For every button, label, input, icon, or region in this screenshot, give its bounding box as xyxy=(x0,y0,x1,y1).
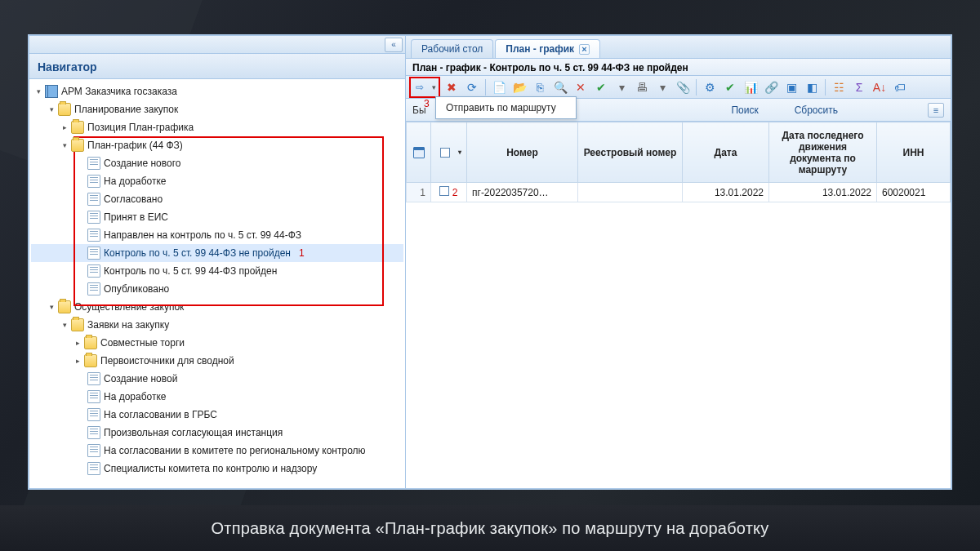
page-icon xyxy=(87,444,100,457)
tree-sub-item[interactable]: ·На доработке xyxy=(31,388,403,406)
tree-sub-item[interactable]: ·На согласовании в ГРБС xyxy=(31,406,403,424)
grid-table: ▾ Номер Реестровый номер Дата Дата после… xyxy=(406,122,951,202)
tab-plan-grafik[interactable]: План - график × xyxy=(495,39,600,58)
cell-inn: 60020021 xyxy=(877,183,951,202)
refresh-icon[interactable]: ⟳ xyxy=(463,78,481,96)
tree-position[interactable]: ▸ Позиция План-графика xyxy=(31,118,403,136)
window-icon[interactable]: ◧ xyxy=(803,78,821,96)
header-inn[interactable]: ИНН xyxy=(877,122,951,183)
caption-text: Отправка документа «План-график закупок»… xyxy=(212,519,769,538)
approve-icon[interactable]: ✔ xyxy=(592,78,610,96)
attach-icon[interactable]: 📎 xyxy=(674,78,692,96)
sort-icon[interactable]: A↓ xyxy=(871,78,889,96)
expander-icon[interactable]: ▾ xyxy=(60,141,69,150)
view-icon[interactable]: 🔍 xyxy=(551,78,569,96)
route-button[interactable]: ⇨ ▾ xyxy=(411,78,439,96)
tree-sources[interactable]: ▸ Первоисточники для сводной xyxy=(31,352,403,370)
document-subtitle: План - график - Контроль по ч. 5 ст. 99 … xyxy=(406,59,951,76)
search-button[interactable]: Поиск xyxy=(731,104,758,116)
expander-icon[interactable]: ▾ xyxy=(34,87,43,96)
dropdown-icon[interactable]: ▾ xyxy=(653,78,671,96)
tag-icon[interactable]: 🏷 xyxy=(891,78,909,96)
print-icon[interactable]: 🖶 xyxy=(633,78,651,96)
route-icon: ⇨ xyxy=(411,78,429,96)
tree-planning[interactable]: ▾ Планирование закупок xyxy=(31,100,403,118)
sigma-icon[interactable]: Σ xyxy=(850,78,868,96)
caption: Отправка документа «План-график закупок»… xyxy=(0,505,980,551)
cell-number: пг-2022035720… xyxy=(467,183,578,202)
expander-icon[interactable]: ▸ xyxy=(60,123,69,132)
reset-button[interactable]: Сбросить xyxy=(795,104,838,116)
expander-icon[interactable]: ▾ xyxy=(60,321,69,330)
tab-label: План - график xyxy=(506,43,574,55)
header-checkbox[interactable]: ▾ xyxy=(431,122,467,183)
tree-label: Позиция План-графика xyxy=(87,122,194,133)
header-rownum[interactable] xyxy=(407,122,431,183)
open-icon[interactable]: 📂 xyxy=(510,78,528,96)
expander-icon[interactable]: ▾ xyxy=(47,303,56,312)
page-icon xyxy=(87,264,100,278)
toolbar: ⇨ ▾ ✖ ⟳ 📄 📂 ⎘ 🔍 ✕ ✔ ▾ 🖶 ▾ 📎 ⚙ ✔ 📊 🔗 ▣ ◧ xyxy=(406,76,951,99)
confirm-icon[interactable]: ✔ xyxy=(721,78,739,96)
expander-icon[interactable]: ▸ xyxy=(74,357,82,366)
header-registry[interactable]: Реестровый номер xyxy=(578,122,683,183)
tree-label: На доработке xyxy=(104,391,167,402)
dropdown-icon[interactable]: ▾ xyxy=(612,78,630,96)
tree-joint[interactable]: ▸ Совместные торги xyxy=(31,334,403,352)
page-icon xyxy=(87,193,100,206)
header-number[interactable]: Номер xyxy=(467,122,578,183)
header-date[interactable]: Дата xyxy=(683,122,769,183)
box-icon[interactable]: ▣ xyxy=(782,78,800,96)
chevron-down-icon[interactable]: ▾ xyxy=(429,78,439,96)
close-icon[interactable]: × xyxy=(579,44,590,55)
tree-root[interactable]: ▾ АРМ Заказчика госзаказа xyxy=(31,82,403,100)
tree-label: Планирование закупок xyxy=(74,104,178,115)
tree-label: Первоисточники для сводной xyxy=(100,355,234,367)
header-lastdate[interactable]: Дата последнего движения документа по ма… xyxy=(769,122,877,183)
tree-label: Специалисты комитета по контролю и надзо… xyxy=(104,463,317,474)
delete-icon[interactable]: ✖ xyxy=(443,78,461,96)
tree-sub-item[interactable]: ·Специалисты комитета по контролю и надз… xyxy=(31,460,403,478)
checkbox-icon[interactable] xyxy=(439,186,449,196)
tree-sub-item[interactable]: ·Произвольная согласующая инстанция xyxy=(31,424,403,442)
calendar-icon xyxy=(413,147,425,158)
copy-icon[interactable]: ⎘ xyxy=(531,78,549,96)
page-icon xyxy=(87,372,100,385)
tree-requests[interactable]: ▾ Заявки на закупку xyxy=(31,316,403,334)
checkbox-icon[interactable] xyxy=(440,148,450,158)
tree-sub-item[interactable]: ·На согласовании в комитете по региональ… xyxy=(31,442,403,460)
expander-icon[interactable]: ▸ xyxy=(74,339,82,348)
highlight-box-tree xyxy=(74,136,384,306)
tree-sub-item[interactable]: ·Создание новой xyxy=(31,370,403,388)
remove-icon[interactable]: ✕ xyxy=(572,78,590,96)
link-icon[interactable]: 🔗 xyxy=(762,78,780,96)
table-row[interactable]: 1 2 пг-2022035720… 13.01.2022 13.01.2022… xyxy=(407,183,951,202)
content-panel: Рабочий стол План - график × План - граф… xyxy=(406,36,951,488)
settings-icon[interactable]: ⚙ xyxy=(701,78,719,96)
tab-desktop[interactable]: Рабочий стол xyxy=(411,39,493,58)
chevron-down-icon[interactable]: ▾ xyxy=(458,149,461,156)
nav-collapse-button[interactable]: « xyxy=(385,38,403,52)
folder-icon xyxy=(58,300,71,313)
menu-send-route[interactable]: Отправить по маршруту xyxy=(436,97,576,118)
page-icon xyxy=(87,211,100,224)
new-doc-icon[interactable]: 📄 xyxy=(490,78,508,96)
row-checkbox-cell[interactable]: 2 xyxy=(431,183,467,202)
highlight-box-route: ⇨ ▾ xyxy=(409,77,440,98)
app-window: « Навигатор ▾ АРМ Заказчика госзаказа ▾ … xyxy=(28,34,952,490)
tab-bar: Рабочий стол План - график × xyxy=(406,36,951,59)
folder-icon xyxy=(58,103,71,116)
filter-menu-icon[interactable]: ≡ xyxy=(928,103,944,118)
navigator-tree: ▾ АРМ Заказчика госзаказа ▾ Планирование… xyxy=(29,79,405,488)
cell-lastdate: 13.01.2022 xyxy=(769,183,877,202)
annotation-3: 3 xyxy=(424,98,430,109)
expander-icon[interactable]: ▾ xyxy=(47,105,56,114)
tree-label: Заявки на закупку xyxy=(87,319,169,331)
page-icon xyxy=(87,390,100,403)
page-icon xyxy=(87,247,100,260)
page-icon xyxy=(87,175,100,188)
route-dropdown: Отправить по маршруту xyxy=(435,96,577,119)
chart-icon[interactable]: 📊 xyxy=(742,78,760,96)
tree-icon[interactable]: ☷ xyxy=(830,78,848,96)
tree-label: Создание новой xyxy=(104,373,177,384)
